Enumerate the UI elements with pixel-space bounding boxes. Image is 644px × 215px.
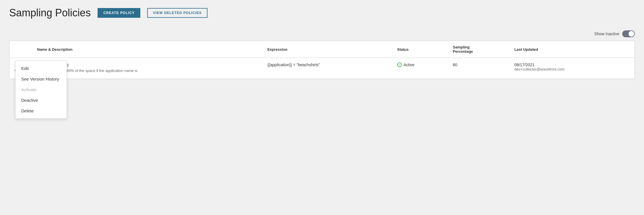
dropdown-item-version-history[interactable]: See Version History — [15, 74, 67, 84]
last-updated-date: 08/17/2021 — [514, 62, 630, 67]
show-inactive-toggle[interactable] — [622, 30, 635, 37]
col-name: Name & Description — [32, 41, 263, 58]
last-updated-cell: 08/17/2021 dev+collector@wavefront.com — [510, 58, 635, 79]
dropdown-item-deactive[interactable]: Deactive — [15, 95, 67, 105]
col-last-updated: Last Updated — [510, 41, 635, 58]
dropdown-item-delete[interactable]: Delete — [15, 105, 67, 116]
expression-value: {{application}} = "beachshirts" — [267, 62, 320, 67]
expression-cell: {{application}} = "beachshirts" — [263, 58, 393, 79]
status-label: Active — [404, 62, 414, 67]
dropdown-item-edit[interactable]: Edit — [15, 63, 67, 74]
page-header: Sampling Policies CREATE POLICY VIEW DEL… — [9, 7, 635, 19]
status-cell: Active — [393, 58, 448, 79]
toggle-thumb — [629, 31, 634, 37]
policies-table-container: Name & Description Expression Status Sam… — [9, 41, 635, 79]
page-title: Sampling Policies — [9, 7, 91, 19]
status-active-icon — [397, 62, 402, 67]
dropdown-menu: Edit See Version History Activate Deacti… — [15, 60, 67, 119]
col-sampling-percentage: SamplingPercentage — [448, 41, 510, 58]
view-deleted-button[interactable]: VIEW DELETED POLICIES — [147, 8, 207, 18]
show-inactive-label: Show Inactive — [594, 32, 619, 36]
col-expression: Expression — [263, 41, 393, 58]
sampling-percentage-value: 80 — [453, 62, 457, 67]
name-cell: beachshirts policy This policy saves 80%… — [32, 58, 263, 79]
create-policy-button[interactable]: CREATE POLICY — [98, 8, 140, 18]
sampling-percentage-cell: 80 — [448, 58, 510, 79]
dropdown-item-activate: Activate — [15, 84, 67, 95]
policies-table: Name & Description Expression Status Sam… — [9, 41, 635, 79]
table-header-row: Name & Description Expression Status Sam… — [9, 41, 635, 58]
last-updated-user: dev+collector@wavefront.com — [514, 67, 630, 71]
col-status: Status — [393, 41, 448, 58]
table-row: ⋮ ▼ beachshirts policy This policy saves… — [9, 58, 635, 79]
policy-name-link[interactable]: beachshirts policy — [37, 62, 258, 67]
status-active: Active — [397, 62, 444, 67]
toggle-track[interactable] — [622, 30, 635, 37]
col-actions — [9, 41, 32, 58]
show-inactive-row: Show Inactive — [9, 30, 635, 37]
